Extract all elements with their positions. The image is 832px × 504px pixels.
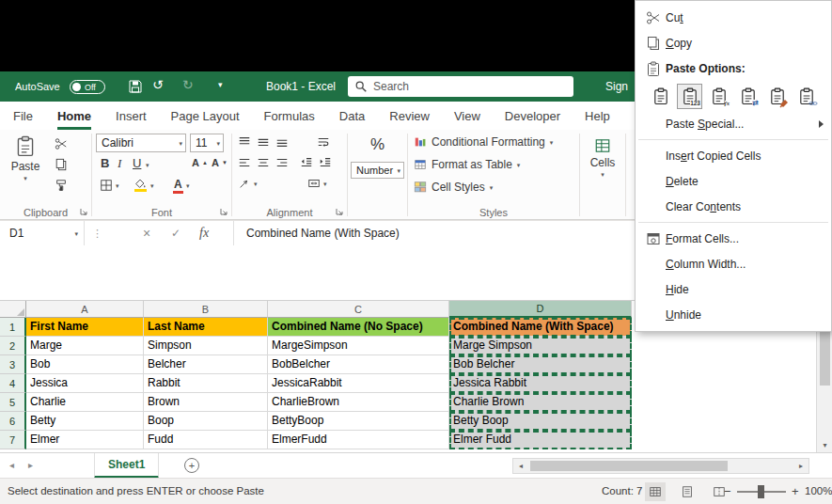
- row-header-7[interactable]: 7: [0, 431, 26, 449]
- menu-item-copy[interactable]: Copy: [636, 30, 831, 55]
- search-box[interactable]: [348, 76, 573, 97]
- zoom-slider-thumb[interactable]: [758, 485, 764, 498]
- row-header-5[interactable]: 5: [0, 393, 26, 412]
- tab-insert[interactable]: Insert: [116, 102, 147, 130]
- formula-bar-content[interactable]: Combined Name (With Space): [246, 227, 400, 240]
- redo-button[interactable]: ↻: [182, 78, 194, 91]
- increase-indent-button[interactable]: [319, 156, 332, 169]
- cell-C2[interactable]: MargeSimpson: [268, 337, 449, 355]
- wrap-text-button[interactable]: [317, 135, 330, 149]
- italic-button[interactable]: I: [118, 156, 121, 171]
- cell-C7[interactable]: ElmerFudd: [268, 431, 449, 449]
- paste-transpose-icon[interactable]: ⇄: [735, 84, 761, 109]
- increase-font-size-button[interactable]: A▲: [192, 157, 208, 168]
- paste-values-icon[interactable]: 123: [677, 84, 702, 109]
- center-button[interactable]: [257, 156, 270, 169]
- menu-item-format-cells[interactable]: Format Cells...: [636, 226, 831, 251]
- cell-C3[interactable]: BobBelcher: [268, 355, 449, 374]
- cell-B6[interactable]: Boop: [144, 412, 268, 431]
- cell-B5[interactable]: Brown: [144, 393, 268, 412]
- save-button[interactable]: [128, 79, 143, 96]
- menu-item-paste-special[interactable]: Paste Special...: [636, 111, 831, 136]
- cell-styles-button[interactable]: Cell Styles ▾: [414, 181, 493, 194]
- cell-A1[interactable]: First Name: [26, 318, 144, 337]
- zoom-level[interactable]: 100%: [805, 485, 832, 496]
- cell-C4[interactable]: JessicaRabbit: [268, 374, 449, 393]
- paste-button[interactable]: Paste ▾: [4, 134, 47, 203]
- fill-color-button[interactable]: [133, 177, 147, 192]
- cell-C1[interactable]: Combined Name (No Space): [268, 318, 449, 337]
- column-header-A[interactable]: A: [26, 301, 144, 318]
- tab-home[interactable]: Home: [57, 102, 91, 130]
- scroll-down-icon[interactable]: ▾: [817, 437, 832, 452]
- cell-A6[interactable]: Betty: [26, 412, 144, 431]
- enter-icon[interactable]: ✓: [171, 221, 181, 245]
- menu-item-hide[interactable]: Hide: [636, 276, 831, 302]
- undo-button[interactable]: ↺: [152, 78, 164, 91]
- font-color-dropdown-icon[interactable]: ▾: [186, 182, 190, 189]
- scroll-right-icon[interactable]: ▸: [793, 459, 808, 473]
- menu-item-column-width[interactable]: Column Width...: [636, 251, 831, 276]
- scroll-left-icon[interactable]: ◂: [513, 459, 528, 473]
- conditional-formatting-button[interactable]: Conditional Formatting ▾: [414, 135, 553, 149]
- paste-formulas-icon[interactable]: fx: [706, 84, 731, 109]
- cell-D3[interactable]: Bob Belcher: [449, 355, 632, 374]
- bottom-align-button[interactable]: [275, 135, 289, 149]
- cell-C6[interactable]: BettyBoop: [268, 412, 449, 431]
- cut-button[interactable]: [55, 137, 68, 150]
- column-header-B[interactable]: B: [144, 301, 268, 318]
- cancel-icon[interactable]: ×: [143, 221, 150, 245]
- format-painter-button[interactable]: [55, 179, 68, 192]
- font-color-button[interactable]: A: [173, 179, 183, 194]
- tab-file[interactable]: File: [13, 102, 33, 130]
- cell-D4[interactable]: Jessica Rabbit: [449, 374, 632, 393]
- row-header-2[interactable]: 2: [0, 337, 26, 355]
- select-all-button[interactable]: [0, 301, 26, 318]
- tab-formulas[interactable]: Formulas: [264, 102, 315, 130]
- row-header-4[interactable]: 4: [0, 374, 26, 393]
- cell-D5[interactable]: Charlie Brown: [449, 393, 632, 412]
- percent-style-button[interactable]: %: [348, 135, 407, 154]
- cell-A5[interactable]: Charlie: [26, 393, 144, 412]
- copy-button[interactable]: [55, 158, 68, 171]
- cell-D2[interactable]: Marge Simpson: [449, 337, 632, 355]
- paste-link-icon[interactable]: [793, 84, 819, 109]
- top-align-button[interactable]: [238, 135, 251, 149]
- clipboard-dialog-launcher-icon[interactable]: [79, 207, 88, 216]
- autosave-toggle[interactable]: Off: [70, 80, 105, 94]
- next-sheet-icon[interactable]: ▸: [28, 460, 33, 470]
- menu-item-insert-copied-cells[interactable]: Insert Copied Cells: [636, 143, 831, 168]
- cell-A7[interactable]: Elmer: [26, 431, 144, 449]
- horizontal-scrollbar[interactable]: ◂ ▸: [512, 458, 809, 474]
- menu-item-unhide[interactable]: Unhide: [636, 302, 831, 327]
- name-box[interactable]: D1 ▾: [0, 221, 85, 245]
- column-header-C[interactable]: C: [268, 301, 449, 318]
- underline-dropdown-icon[interactable]: ▾: [146, 162, 149, 168]
- tab-help[interactable]: Help: [585, 102, 610, 130]
- paste-formatting-icon[interactable]: [764, 84, 790, 109]
- row-header-6[interactable]: 6: [0, 412, 26, 431]
- borders-button[interactable]: ▾: [100, 179, 119, 192]
- cell-B1[interactable]: Last Name: [144, 318, 268, 337]
- cell-D7[interactable]: Elmer Fudd: [449, 431, 632, 449]
- menu-item-clear-contents[interactable]: Clear Contents: [636, 194, 831, 219]
- align-left-button[interactable]: [238, 156, 251, 169]
- decrease-font-size-button[interactable]: A▼: [212, 157, 228, 168]
- horizontal-scrollbar-thumb[interactable]: [530, 461, 728, 471]
- number-format-combo[interactable]: Number ▾: [351, 162, 404, 179]
- font-name-combo[interactable]: Calibri ▾: [96, 134, 186, 152]
- cell-C5[interactable]: CharlieBrown: [268, 393, 449, 412]
- cell-B3[interactable]: Belcher: [144, 355, 268, 374]
- sign-in-button[interactable]: Sign: [605, 80, 628, 93]
- middle-align-button[interactable]: [257, 135, 270, 149]
- underline-button[interactable]: U: [133, 156, 141, 170]
- merge-center-button[interactable]: ▾: [307, 177, 327, 190]
- previous-sheet-icon[interactable]: ◂: [9, 460, 14, 470]
- orientation-button[interactable]: ▾: [238, 177, 258, 190]
- tab-review[interactable]: Review: [389, 102, 430, 130]
- cell-A3[interactable]: Bob: [26, 355, 144, 374]
- insert-function-icon[interactable]: fx: [199, 221, 209, 245]
- tab-page-layout[interactable]: Page Layout: [171, 102, 240, 130]
- paste-icon[interactable]: [648, 84, 673, 109]
- align-right-button[interactable]: [275, 156, 289, 169]
